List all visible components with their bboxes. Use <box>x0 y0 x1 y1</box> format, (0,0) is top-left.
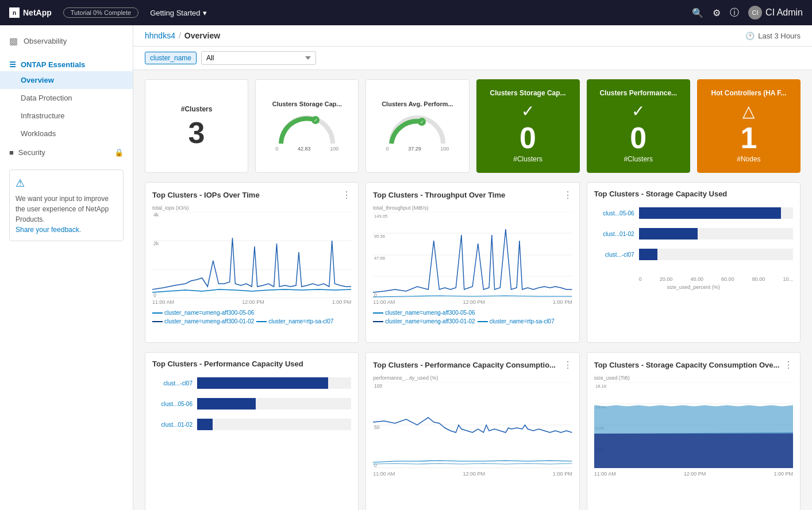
feedback-box: ⚠ We want your input to improve the user… <box>9 169 124 241</box>
clock-icon: 🕐 <box>745 32 755 40</box>
stat-card-hot-controllers: Hot Controllers (HA F... △ 1 #Nodes <box>697 79 801 173</box>
sidebar-overview-label: Overview <box>21 76 54 84</box>
perf-bar-row-1: clust...-cl07 <box>152 377 351 389</box>
breadcrumb-separator: / <box>179 31 181 40</box>
settings-icon[interactable]: ⚙ <box>713 7 721 18</box>
legend-t-item-3: cluster_name=rtp-sa-cl07 <box>478 318 555 324</box>
feedback-link[interactable]: Share your feedback. <box>16 226 81 234</box>
sidebar-section-ontap: ☰ ONTAP Essentials Overview Data Protect… <box>0 55 133 142</box>
stat-card-perf: Clusters Avg. Perform... ✓ 0 37.29 <box>365 79 469 173</box>
sidebar-item-workloads[interactable]: Workloads <box>0 125 133 142</box>
svg-text:143.05: 143.05 <box>374 214 388 219</box>
sidebar: ▩ Observability ☰ ONTAP Essentials Overv… <box>0 25 133 510</box>
tutorial-bar[interactable]: Tutorial 0% Complete <box>63 7 138 18</box>
svg-text:2k: 2k <box>153 241 159 246</box>
chart-iops-xlabels: 11:00 AM 12:00 PM 1:00 PM <box>152 299 351 305</box>
storage-bar-chart: clust...05-06 clust...01-02 <box>594 203 793 274</box>
sidebar-item-observability[interactable]: ▩ Observability <box>0 30 133 52</box>
card-clusters-title: #Clusters <box>181 105 213 113</box>
time-range[interactable]: 🕐 Last 3 Hours <box>745 32 801 40</box>
chart-perf-bar-header: Top Clusters - Performance Capacity Used <box>152 360 351 368</box>
perf-bar-label-2: clust...05-06 <box>152 401 193 407</box>
svg-text:47.68: 47.68 <box>374 256 386 261</box>
chart-panels-row-1: Top Clusters - IOPs Over Time ⋮ total_io… <box>145 182 801 343</box>
getting-started-label: Getting Started <box>150 9 200 17</box>
bar-chart-icon: ▩ <box>9 36 18 47</box>
logo-text: NetApp <box>23 8 52 17</box>
gauge-min-1: 0 <box>275 146 278 152</box>
bar-fill-1 <box>639 207 781 219</box>
svg-text:95.36: 95.36 <box>374 234 386 239</box>
storage-gauge-svg: ✓ <box>275 112 338 146</box>
bar-track-3 <box>639 249 793 260</box>
help-icon[interactable]: ⓘ <box>730 7 739 19</box>
chart-storage-area-menu[interactable]: ⋮ <box>784 360 793 370</box>
gauge-val-1: 42.83 <box>298 146 311 152</box>
sidebar-item-security[interactable]: ■ Security 🔒 <box>0 142 133 163</box>
chart-perf-line-menu[interactable]: ⋮ <box>563 360 572 370</box>
bar-fill-3 <box>639 249 657 260</box>
nav-icons: 🔍 ⚙ ⓘ CI CI Admin <box>692 6 803 20</box>
tutorial-label: Tutorial 0% Complete <box>71 9 131 16</box>
perf-bar-chart: clust...-cl07 clust...05-06 <box>152 373 351 444</box>
card-storage-green-title: Clusters Storage Cap... <box>490 89 566 97</box>
legend-dash-1 <box>152 312 163 314</box>
throughput-svg: 143.05 95.36 47.68 0 <box>373 212 572 298</box>
main-content: hhndks4 / Overview 🕐 Last 3 Hours cluste… <box>133 25 812 510</box>
security-left: ■ Security <box>9 148 45 157</box>
legend-item-1: cluster_name=umeng-aff300-05-06 <box>152 310 254 316</box>
chart-storage-area-title: Top Clusters - Storage Capacity Consumpt… <box>594 361 780 369</box>
perf-bar-row-3: clust...01-02 <box>152 419 351 430</box>
stat-card-perf-green: Clusters Performance... ✓ 0 #Clusters <box>587 79 690 173</box>
perf-bar-row-2: clust...05-06 <box>152 398 351 409</box>
chart-throughput-xlabels: 11:00 AM 12:00 PM 1:00 PM <box>373 299 572 305</box>
card-storage-green-subtitle: #Clusters <box>513 155 542 163</box>
gauge-max-1: 100 <box>330 146 338 152</box>
chart-storage-area-ylabel: size_used (TiB) <box>594 375 793 381</box>
chart-iops-legend: cluster_name=umeng-aff300-05-06 cluster_… <box>152 310 351 324</box>
stat-card-clusters: #Clusters 3 <box>145 79 248 173</box>
bar-row-2: clust...01-02 <box>594 228 793 239</box>
svg-text:0: 0 <box>374 462 377 468</box>
card-perf-green-value: 0 <box>630 123 646 153</box>
chart-iops-area: .line1 { fill: none; stroke: #1a5cb0; st… <box>152 212 351 298</box>
card-clusters-value: 3 <box>188 118 205 148</box>
breadcrumb-bar: hhndks4 / Overview 🕐 Last 3 Hours <box>133 25 812 47</box>
chart-throughput-area: 143.05 95.36 47.68 0 <box>373 212 572 298</box>
chart-perf-line-title: Top Clusters - Performance Capacity Cons… <box>373 361 556 369</box>
sidebar-item-data-protection[interactable]: Data Protection <box>0 89 133 107</box>
user-avatar: CI <box>748 6 762 20</box>
breadcrumb-parent[interactable]: hhndks4 <box>145 31 175 40</box>
filter-tag: cluster_name <box>145 52 197 64</box>
sidebar-item-infrastructure[interactable]: Infrastructure <box>0 107 133 125</box>
sidebar-security-label: Security <box>18 148 45 157</box>
card-perf-green-subtitle: #Clusters <box>624 155 653 163</box>
ontap-icon: ☰ <box>9 60 16 69</box>
perf-bar-fill-3 <box>197 419 213 430</box>
chart-throughput-menu[interactable]: ⋮ <box>563 190 572 200</box>
filter-select[interactable]: All <box>201 51 316 65</box>
user-info[interactable]: CI CI Admin <box>748 6 803 20</box>
chart-panel-iops: Top Clusters - IOPs Over Time ⋮ total_io… <box>145 182 359 343</box>
top-nav: n NetApp Tutorial 0% Complete Getting St… <box>0 0 812 25</box>
stat-cards-row: #Clusters 3 Clusters Storage Cap... <box>145 79 801 173</box>
chart-panel-perf-line: Top Clusters - Performance Capacity Cons… <box>365 352 579 510</box>
bar-row-1: clust...05-06 <box>594 207 793 219</box>
sidebar-workloads-label: Workloads <box>21 129 56 138</box>
card-hot-subtitle: #Nodes <box>737 155 760 163</box>
getting-started[interactable]: Getting Started ▾ <box>150 9 206 17</box>
sidebar-ontap-header[interactable]: ☰ ONTAP Essentials <box>0 55 133 71</box>
bar-fill-2 <box>639 228 698 239</box>
sidebar-data-protection-label: Data Protection <box>21 94 72 102</box>
iops-svg: .line1 { fill: none; stroke: #1a5cb0; st… <box>152 212 351 298</box>
card-hot-value: 1 <box>740 123 757 153</box>
perf-line-svg: 100 50 0 <box>373 382 572 468</box>
chart-perf-line-header: Top Clusters - Performance Capacity Cons… <box>373 360 572 370</box>
card-perf-green-title: Clusters Performance... <box>599 89 677 97</box>
search-icon[interactable]: 🔍 <box>692 7 703 18</box>
dashboard: #Clusters 3 Clusters Storage Cap... <box>133 70 812 510</box>
sidebar-item-overview[interactable]: Overview <box>0 71 133 89</box>
perf-bar-track-3 <box>197 419 351 430</box>
storage-area-svg: 18.18 13.64 9.09 4.54 <box>594 382 793 468</box>
chart-iops-menu[interactable]: ⋮ <box>342 190 351 200</box>
